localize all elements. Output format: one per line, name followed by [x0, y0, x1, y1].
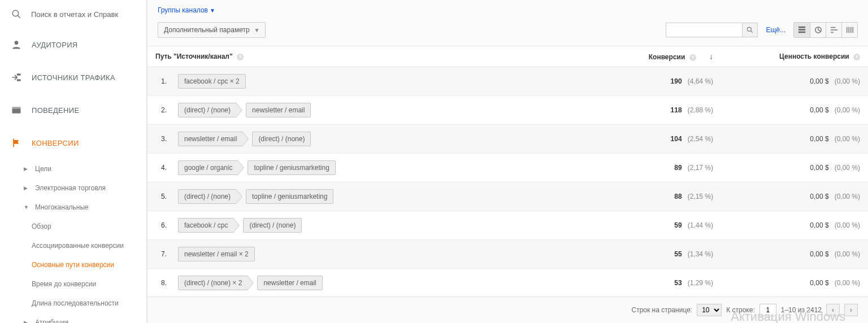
- table-view-button[interactable]: [794, 23, 810, 37]
- breadcrumb-channel-groups[interactable]: Группы каналов▼: [158, 6, 215, 14]
- row-value: 0,00 $(0,00 %): [721, 96, 868, 125]
- row-value: 0,00 $(0,00 %): [721, 211, 868, 240]
- more-filters-link[interactable]: Ещё...: [762, 26, 789, 34]
- help-icon[interactable]: ?: [689, 54, 696, 61]
- row-path: newsletter / email(direct) / (none): [170, 125, 585, 154]
- mcf-assisted[interactable]: Ассоциированные конверсии: [27, 236, 146, 255]
- prev-page-button[interactable]: ‹: [826, 304, 840, 316]
- path-chip: newsletter / email × 2: [178, 247, 255, 261]
- row-conversions: 55(1,34 %): [585, 240, 721, 269]
- flag-icon: [10, 137, 23, 149]
- help-icon[interactable]: ?: [237, 54, 244, 60]
- mcf-time-lag[interactable]: Время до конверсии: [27, 274, 146, 294]
- row-value: 0,00 $(0,00 %): [721, 240, 868, 269]
- svg-rect-9: [798, 32, 805, 33]
- nav-label: АУДИТОРИЯ: [32, 41, 78, 49]
- nav-acquisition[interactable]: ИСТОЧНИКИ ТРАФИКА: [0, 61, 146, 94]
- mcf-overview[interactable]: Обзор: [27, 217, 146, 236]
- svg-line-1: [18, 15, 20, 18]
- chevron-down-icon: ▼: [24, 204, 29, 210]
- row-index: 5.: [147, 182, 170, 211]
- svg-rect-15: [848, 27, 849, 33]
- table-row[interactable]: 1.facebook / cpc × 2190(4,64 %)0,00 $(0,…: [147, 67, 868, 96]
- path-chip: facebook / cpc × 2: [178, 74, 246, 89]
- path-chip: facebook / cpc: [178, 218, 234, 233]
- row-index: 4.: [147, 154, 170, 182]
- table-search: [666, 23, 758, 37]
- row-path: (direct) / (none) × 2newsletter / email: [170, 269, 585, 297]
- rows-per-page-select[interactable]: 10: [697, 304, 722, 316]
- col-value-header[interactable]: Ценность конверсии ?: [721, 46, 868, 67]
- nav-behavior[interactable]: ПОВЕДЕНИЕ: [0, 94, 146, 126]
- row-index: 2.: [147, 96, 170, 125]
- conversions-subnav: ▶ Цели ▶ Электронная торговля ▼ Многокан…: [0, 159, 146, 323]
- row-path: (direct) / (none)topline / geniusmarketi…: [170, 182, 585, 211]
- svg-rect-7: [798, 27, 805, 28]
- svg-rect-16: [850, 27, 851, 33]
- chevron-down-icon: ▼: [254, 27, 260, 33]
- svg-rect-14: [846, 27, 847, 33]
- table-row[interactable]: 5.(direct) / (none)topline / geniusmarke…: [147, 182, 868, 211]
- table-search-button[interactable]: [742, 23, 758, 37]
- row-path: facebook / cpc(direct) / (none): [170, 211, 585, 240]
- pie-view-button[interactable]: [810, 23, 826, 37]
- path-chip: (direct) / (none): [243, 218, 302, 233]
- mcf-top-paths[interactable]: Основные пути конверсии: [27, 255, 146, 274]
- table-row[interactable]: 3.newsletter / email(direct) / (none)104…: [147, 125, 868, 154]
- svg-point-0: [12, 10, 19, 16]
- table-row[interactable]: 2.(direct) / (none)newsletter / email118…: [147, 96, 868, 125]
- controls-row: Дополнительный параметр ▼ Ещё...: [147, 14, 868, 46]
- main-content: Группы каналов▼ Дополнительный параметр …: [147, 0, 868, 323]
- path-chip: (direct) / (none) × 2: [178, 276, 248, 290]
- table-row[interactable]: 4.google / organictopline / geniusmarket…: [147, 154, 868, 182]
- row-conversions: 53(1,29 %): [585, 269, 721, 297]
- path-chip: topline / geniusmarketing: [248, 160, 335, 175]
- page-range: 1–10 из 2412: [781, 306, 822, 314]
- svg-rect-17: [852, 27, 853, 33]
- row-index: 7.: [147, 240, 170, 269]
- acquisition-icon: [10, 71, 23, 84]
- svg-line-6: [751, 31, 753, 33]
- subnav-goals[interactable]: ▶ Цели: [17, 159, 146, 178]
- row-value: 0,00 $(0,00 %): [721, 67, 868, 96]
- mcf-path-length[interactable]: Длина последовательности: [27, 294, 146, 313]
- svg-rect-8: [798, 29, 805, 30]
- nav-audience[interactable]: АУДИТОРИЯ: [0, 28, 146, 61]
- row-value: 0,00 $(0,00 %): [721, 182, 868, 211]
- nav-label: ПОВЕДЕНИЕ: [32, 106, 79, 115]
- table-row[interactable]: 8.(direct) / (none) × 2newsletter / emai…: [147, 269, 868, 297]
- row-index: 3.: [147, 125, 170, 154]
- pager: Строк на странице: 10 К строке: 1–10 из …: [147, 296, 868, 323]
- goto-row-input[interactable]: [760, 304, 776, 316]
- table-row[interactable]: 6.facebook / cpc(direct) / (none)59(1,44…: [147, 211, 868, 240]
- row-conversions: 88(2,15 %): [585, 182, 721, 211]
- comparison-view-button[interactable]: [841, 23, 857, 37]
- row-value: 0,00 $(0,00 %): [721, 269, 868, 297]
- path-chip: newsletter / email: [178, 132, 243, 146]
- col-path-header[interactable]: Путь "Источник/канал" ?: [147, 46, 585, 67]
- svg-rect-12: [830, 29, 837, 30]
- secondary-dimension-dropdown[interactable]: Дополнительный параметр ▼: [158, 22, 266, 38]
- table-search-input[interactable]: [666, 23, 742, 37]
- table-row[interactable]: 7.newsletter / email × 255(1,34 %)0,00 $…: [147, 240, 868, 269]
- subnav-label: Электронная торговля: [35, 184, 106, 192]
- bar-view-button[interactable]: [826, 23, 841, 37]
- nav-label: ИСТОЧНИКИ ТРАФИКА: [32, 73, 115, 82]
- row-path: google / organictopline / geniusmarketin…: [170, 154, 585, 182]
- row-conversions: 59(1,44 %): [585, 211, 721, 240]
- col-conversions-header[interactable]: Конверсии ? ↓: [585, 46, 721, 67]
- multichannel-subnav: Обзор Ассоциированные конверсии Основные…: [17, 217, 146, 313]
- subnav-ecommerce[interactable]: ▶ Электронная торговля: [17, 178, 146, 198]
- svg-point-5: [748, 27, 752, 31]
- row-conversions: 89(2,17 %): [585, 154, 721, 182]
- help-icon[interactable]: ?: [853, 54, 860, 60]
- table-wrap: Путь "Источник/канал" ? Конверсии ? ↓ Це…: [147, 46, 868, 296]
- next-page-button[interactable]: ›: [844, 304, 858, 316]
- path-chip: newsletter / email: [257, 276, 322, 290]
- subnav-multichannel[interactable]: ▼ Многоканальные: [17, 198, 146, 217]
- sidebar-search[interactable]: Поиск в отчетах и Справк: [0, 0, 146, 28]
- row-conversions: 104(2,54 %): [585, 125, 721, 154]
- subnav-attribution[interactable]: ▶ Атрибуция: [17, 313, 146, 323]
- nav-conversions[interactable]: КОНВЕРСИИ: [0, 126, 146, 159]
- row-value: 0,00 $(0,00 %): [721, 125, 868, 154]
